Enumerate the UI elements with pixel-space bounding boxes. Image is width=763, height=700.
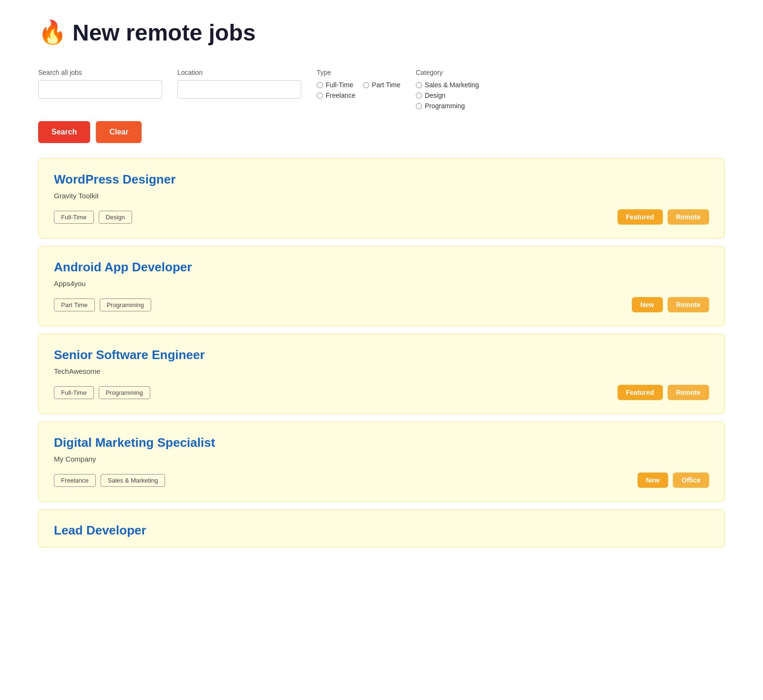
job-badge-new[interactable]: New (638, 473, 669, 488)
category-sales-radio[interactable] (416, 82, 422, 88)
type-freelance-radio[interactable] (317, 93, 323, 99)
search-all-jobs-group: Search all jobs (38, 69, 162, 99)
category-sales[interactable]: Sales & Marketing (416, 81, 479, 89)
job-badge-office[interactable]: Office (673, 473, 709, 488)
job-card: Senior Software EngineerTechAwesomeFull-… (38, 334, 725, 414)
search-fields: Search all jobs Location Type Full-Time … (38, 69, 725, 110)
job-tag: Freelance (54, 474, 96, 487)
search-button[interactable]: Search (38, 121, 90, 143)
job-company: Apps4you (54, 279, 709, 288)
job-tags: Part TimeProgramming (54, 299, 151, 311)
search-section: Search all jobs Location Type Full-Time … (38, 69, 725, 143)
job-tag: Programming (100, 299, 151, 311)
type-parttime[interactable]: Part Time (363, 81, 401, 89)
job-title[interactable]: Digital Marketing Specialist (54, 435, 709, 450)
job-badges: FeaturedRemote (618, 209, 709, 225)
search-input[interactable] (38, 80, 162, 99)
type-fulltime[interactable]: Full-Time (317, 81, 353, 89)
job-tags: Full-TimeDesign (54, 211, 132, 224)
category-design-radio[interactable] (416, 93, 422, 99)
job-company: My Company (54, 455, 709, 463)
job-badge-remote[interactable]: Remote (668, 297, 709, 312)
job-company: TechAwesome (54, 367, 709, 375)
job-title[interactable]: WordPress Designer (54, 172, 709, 187)
job-badge-new[interactable]: New (632, 297, 663, 312)
job-tag: Part Time (54, 299, 95, 311)
type-group: Type Full-Time Part Time Freelance (317, 69, 401, 99)
button-row: Search Clear (38, 121, 725, 143)
type-freelance[interactable]: Freelance (317, 92, 355, 99)
category-label: Category (416, 69, 479, 76)
type-parttime-label: Part Time (372, 81, 401, 89)
job-badges: FeaturedRemote (618, 385, 709, 400)
job-title[interactable]: Android App Developer (54, 260, 709, 275)
category-programming-label: Programming (425, 102, 465, 110)
type-label: Type (317, 69, 401, 76)
location-label: Location (177, 69, 301, 76)
job-title[interactable]: Senior Software Engineer (54, 348, 709, 362)
flame-icon: 🔥 (38, 19, 67, 46)
type-freelance-label: Freelance (326, 92, 355, 99)
job-badges: NewRemote (632, 297, 709, 312)
job-badges: NewOffice (638, 473, 709, 488)
job-tag: Full-Time (54, 386, 94, 399)
page-header: 🔥 New remote jobs (38, 19, 725, 46)
job-tags: Full-TimeProgramming (54, 386, 150, 399)
job-title-partial[interactable]: Lead Developer (54, 523, 709, 538)
job-badge-featured[interactable]: Featured (618, 209, 663, 225)
job-footer: FreelanceSales & MarketingNewOffice (54, 473, 709, 488)
job-tags: FreelanceSales & Marketing (54, 474, 165, 487)
type-radio-row-1: Full-Time Part Time (317, 81, 401, 89)
job-card: Android App DeveloperApps4youPart TimePr… (38, 246, 725, 326)
job-tag: Sales & Marketing (101, 474, 165, 487)
job-footer: Full-TimeProgrammingFeaturedRemote (54, 385, 709, 400)
category-programming-radio[interactable] (416, 103, 422, 109)
job-card: WordPress DesignerGravity ToolkitFull-Ti… (38, 158, 725, 238)
location-input[interactable] (177, 80, 301, 99)
category-programming[interactable]: Programming (416, 102, 479, 110)
category-design-label: Design (425, 92, 446, 99)
page-title: New remote jobs (72, 20, 256, 46)
category-group: Category Sales & Marketing Design Progra… (416, 69, 479, 110)
location-group: Location (177, 69, 301, 99)
job-badge-featured[interactable]: Featured (618, 385, 663, 400)
type-fulltime-radio[interactable] (317, 82, 323, 88)
jobs-list: WordPress DesignerGravity ToolkitFull-Ti… (38, 158, 725, 547)
job-company: Gravity Toolkit (54, 192, 709, 200)
job-card-partial: Lead Developer (38, 509, 725, 547)
type-fulltime-label: Full-Time (326, 81, 353, 89)
clear-button[interactable]: Clear (96, 121, 142, 143)
job-tag: Full-Time (54, 211, 94, 224)
search-all-jobs-label: Search all jobs (38, 69, 162, 76)
category-sales-label: Sales & Marketing (425, 81, 479, 89)
job-tag: Design (99, 211, 132, 224)
job-badge-remote[interactable]: Remote (668, 209, 709, 225)
type-parttime-radio[interactable] (363, 82, 369, 88)
type-radio-row-2: Freelance (317, 92, 401, 99)
category-design[interactable]: Design (416, 92, 479, 99)
job-footer: Full-TimeDesignFeaturedRemote (54, 209, 709, 225)
job-card: Digital Marketing SpecialistMy CompanyFr… (38, 422, 725, 502)
job-badge-remote[interactable]: Remote (668, 385, 709, 400)
job-tag: Programming (99, 386, 150, 399)
job-footer: Part TimeProgrammingNewRemote (54, 297, 709, 312)
